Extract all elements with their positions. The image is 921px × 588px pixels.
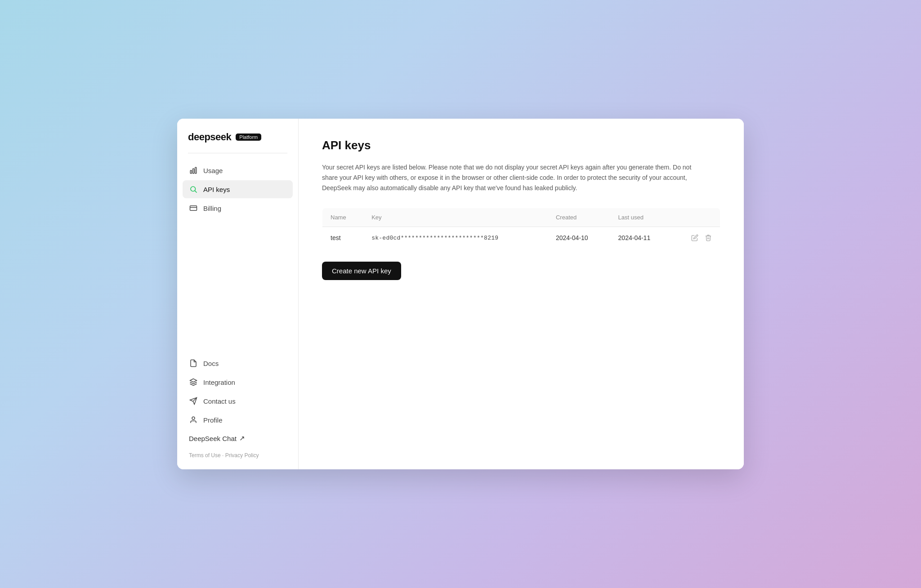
logo-text: deepseek xyxy=(188,131,231,143)
sidebar-logo: deepseek Platform xyxy=(177,131,298,143)
svg-rect-0 xyxy=(190,170,192,174)
sidebar-item-label-profile: Profile xyxy=(203,416,223,424)
billing-icon xyxy=(189,204,198,213)
svg-marker-7 xyxy=(190,379,197,383)
sidebar-item-integration[interactable]: Integration xyxy=(183,373,293,391)
sidebar-item-contact-us[interactable]: Contact us xyxy=(183,392,293,410)
svg-rect-5 xyxy=(190,206,197,211)
create-api-key-button[interactable]: Create new API key xyxy=(322,262,401,280)
sidebar-item-profile[interactable]: Profile xyxy=(183,411,293,429)
col-header-created: Created xyxy=(548,208,610,227)
deepseek-chat-link[interactable]: DeepSeek Chat ↗ xyxy=(183,430,293,447)
sidebar-item-label-docs: Docs xyxy=(203,360,219,367)
sidebar-item-label-integration: Integration xyxy=(203,379,235,386)
sidebar-nav-top: Usage API keys xyxy=(177,161,298,218)
footer-links: Terms of Use · Privacy Policy xyxy=(183,452,293,459)
sidebar-item-api-keys[interactable]: API keys xyxy=(183,180,293,198)
sidebar-item-label-usage: Usage xyxy=(203,167,223,174)
sidebar: deepseek Platform Usage xyxy=(177,119,299,469)
footer-separator: · xyxy=(221,452,225,459)
cell-key: sk-ed0cd***********************8219 xyxy=(363,227,548,249)
user-icon xyxy=(189,415,198,424)
svg-line-4 xyxy=(195,191,197,192)
privacy-policy-link[interactable]: Privacy Policy xyxy=(225,452,259,459)
svg-rect-2 xyxy=(195,167,197,174)
bar-chart-icon xyxy=(189,166,198,175)
cell-name: test xyxy=(322,227,364,249)
svg-rect-1 xyxy=(193,169,194,174)
sidebar-divider xyxy=(188,153,287,153)
svg-point-3 xyxy=(191,187,196,192)
svg-point-10 xyxy=(192,417,195,419)
cell-last-used: 2024-04-11 xyxy=(610,227,673,249)
sidebar-item-docs[interactable]: Docs xyxy=(183,354,293,372)
delete-icon[interactable] xyxy=(705,234,712,241)
cell-created: 2024-04-10 xyxy=(548,227,610,249)
edit-icon[interactable] xyxy=(691,234,698,241)
send-icon xyxy=(189,396,198,405)
chat-link-text: DeepSeek Chat xyxy=(189,435,237,442)
external-link-arrow: ↗ xyxy=(239,434,245,442)
sidebar-item-usage[interactable]: Usage xyxy=(183,161,293,179)
sidebar-item-label-billing: Billing xyxy=(203,205,221,212)
app-window: deepseek Platform Usage xyxy=(177,119,744,469)
table-row: test sk-ed0cd***********************8219… xyxy=(322,227,720,249)
sidebar-item-label-api-keys: API keys xyxy=(203,186,230,193)
page-title: API keys xyxy=(322,138,720,152)
platform-badge: Platform xyxy=(236,134,261,141)
doc-icon xyxy=(189,359,198,368)
cell-actions xyxy=(672,227,720,249)
col-header-key: Key xyxy=(363,208,548,227)
api-keys-table: Name Key Created Last used test sk-ed0cd… xyxy=(322,208,720,249)
col-header-actions xyxy=(672,208,720,227)
col-header-name: Name xyxy=(322,208,364,227)
terms-of-use-link[interactable]: Terms of Use xyxy=(189,452,221,459)
sidebar-nav-bottom: Docs Integration xyxy=(177,354,298,459)
description-text: Your secret API keys are listed below. P… xyxy=(322,162,709,193)
sidebar-item-billing[interactable]: Billing xyxy=(183,199,293,217)
search-icon xyxy=(189,185,198,194)
col-header-last-used: Last used xyxy=(610,208,673,227)
action-icons xyxy=(680,234,712,241)
main-content: API keys Your secret API keys are listed… xyxy=(299,119,744,469)
layers-icon xyxy=(189,378,198,387)
sidebar-item-label-contact-us: Contact us xyxy=(203,397,236,405)
